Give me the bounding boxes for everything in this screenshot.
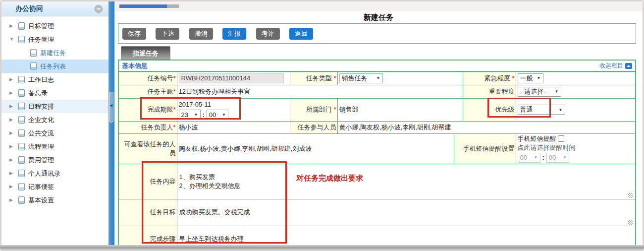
subject-value: 12日到税务办理相关事宜 [179,88,250,95]
document-icon [18,156,25,164]
field-label: 任务目标 [150,208,176,216]
sidebar-item-task-mgmt[interactable]: 任务管理 [1,33,108,46]
participants-value: 黄小娜,陶友权,杨小波,李刚,胡刚,胡帮建 [339,124,451,131]
field-label: 任务内容 [150,178,176,185]
collapse-section-link[interactable]: 收起栏目 [599,62,632,70]
deadline-date-field[interactable]: 2017-05-11 [179,100,288,109]
app-window: 办公协同 目标管理 任务管理 新建任务 任务列表 [0,0,644,251]
required-marker: * [333,106,336,113]
document-icon [18,170,25,177]
revoke-button[interactable]: 撤消 [189,28,213,40]
document-icon [18,183,25,190]
section-header: 基本信息 收起栏目 [118,60,636,71]
field-label: 任务编号 [147,74,173,82]
goal-textarea[interactable]: 成功购买发票。交税完成 [177,199,636,226]
collapse-sidebar-icon[interactable] [95,5,103,13]
splitter-collapse-handle[interactable] [109,92,113,123]
chevron-right-icon [9,140,13,153]
department-value-cell: 销售部 [337,98,463,121]
content-value: 1、购买发票 2、办理相关交税信息 [179,173,241,189]
sidebar-item-culture[interactable]: 企业文化 [1,113,108,126]
field-label: 重要程度 [489,88,515,95]
content-textarea[interactable]: 1、购买发票 2、办理相关交税信息 [177,164,636,199]
sidebar-item-work-log[interactable]: 工作日志 [1,73,108,86]
sidebar-item-settings[interactable]: 基本设置 [1,193,108,207]
time-separator: : [203,111,205,119]
resize-grip-icon[interactable] [628,193,633,198]
chevron-right-icon [9,180,13,193]
participants-label-cell: 任务参与人员 [290,121,337,133]
required-marker: * [173,88,175,95]
sidebar-item-label: 工作日志 [28,73,54,86]
sidebar-item-label: 记事便签 [28,180,54,193]
sidebar-item-label: 基本设置 [28,193,54,207]
report-button[interactable]: 汇报 [222,28,246,40]
owner-label-cell: 任务负责人* [118,121,177,133]
document-icon [18,196,25,204]
issue-button[interactable]: 下达 [156,28,179,40]
viewers-value-cell: 陶友权,杨小波,黄小娜,李刚,胡刚,胡帮建,刘成波 [177,133,454,164]
sidebar-item-label: 流程管理 [28,140,54,153]
sidebar-item-objectives[interactable]: 目标管理 [1,19,108,33]
document-icon [18,76,25,83]
field-label: 手机短信提醒设置 [463,145,515,152]
sidebar-item-contacts[interactable]: 个人通讯录 [1,167,108,180]
required-marker: * [173,124,175,131]
field-label: 紧急程度 [484,74,510,82]
sms-reminder-checkbox[interactable] [558,135,564,142]
viewers-label-cell: 可查看该任务的人员 [118,133,177,164]
document-icon [18,143,25,150]
field-label: 完成步骤 [150,235,176,243]
sms-settings-cell: 手机短信提醒 点此请选择提醒时间 00:00 [516,133,636,164]
importance-value-cell: --请选择-- [516,85,636,98]
document-icon [18,129,25,137]
urgency-value-cell: 一般 [516,71,636,85]
task-type-label-cell: 任务类型 * [290,71,337,85]
window-bottom-frame [0,245,644,251]
priority-select[interactable]: 普通 [518,105,565,115]
deadline-minute-select[interactable]: 00 [207,110,228,120]
importance-select[interactable]: --请选择-- [518,87,561,97]
task-no-input[interactable]: RWBH20170511000144 [179,73,284,83]
sidebar-item-label: 备忘录 [28,86,48,100]
resize-grip-icon[interactable] [628,220,633,225]
field-label: 任务参与人员 [298,124,336,131]
task-type-select[interactable]: 销售任务 [339,73,383,83]
sidebar-item-label: 公共交流 [28,126,54,140]
sidebar-item-label: 任务列表 [40,60,66,73]
document-icon [18,36,25,43]
urgency-select[interactable]: 一般 [518,73,543,83]
sidebar-item-workflow[interactable]: 流程管理 [1,140,108,153]
basic-info-table: 基本信息 收起栏目 任务编号* RWBH20170511000144 任务类型 … [118,60,636,251]
sidebar-item-label: 目标管理 [28,19,54,33]
owner-value-cell: 杨小波 [177,121,290,133]
evaluate-button[interactable]: 考评 [256,28,280,40]
sidebar-item-notes[interactable]: 记事便签 [1,180,108,193]
document-icon [18,22,25,30]
tab-assign-task[interactable]: 指派任务 [121,46,170,60]
participants-value-cell: 黄小娜,陶友权,杨小波,李刚,胡刚,胡帮建 [337,121,636,133]
collapse-section-label: 收起栏目 [599,62,623,70]
field-label: 优先级 [495,106,515,113]
deadline-hour-select[interactable]: 23 [179,110,201,120]
sidebar-item-schedule[interactable]: 日程安排 [1,100,108,113]
viewers-value: 陶友权,杨小波,黄小娜,李刚,胡刚,胡帮建,刘成波 [179,145,312,152]
back-button[interactable]: 返回 [289,28,313,40]
sms-hour-select[interactable]: 00 [518,153,540,163]
task-type-value-cell: 销售任务 [337,71,463,85]
urgency-label-cell: 紧急程度 * [463,71,516,85]
sidebar-item-memo[interactable]: 备忘录 [1,86,108,100]
sidebar-item-public-exchange[interactable]: 公共交流 [1,126,108,140]
sidebar-item-task-list[interactable]: 任务列表 [1,60,108,73]
panel-splitter [108,1,114,245]
field-label: 任务主题 [147,88,173,95]
sidebar-item-new-task[interactable]: 新建任务 [1,46,108,60]
sidebar-item-label: 费用管理 [28,153,54,167]
progress-bar-track [167,4,179,8]
sms-minute-select[interactable]: 00 [546,153,569,163]
save-button[interactable]: 保存 [122,28,146,40]
sidebar-title: 办公协同 [15,4,95,13]
sidebar-item-expense[interactable]: 费用管理 [1,153,108,167]
required-marker: * [333,74,336,82]
sms-hint[interactable]: 点此请选择提醒时间 [518,143,634,152]
